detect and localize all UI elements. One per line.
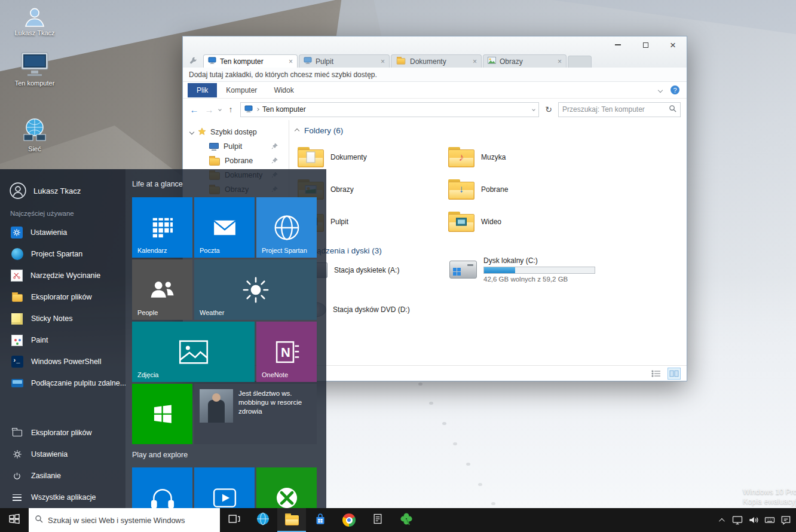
folder-item-downloads[interactable]: Pobrane: [448, 173, 599, 206]
chevron-up-icon[interactable]: [713, 508, 729, 532]
menu-computer[interactable]: Komputer: [218, 83, 265, 97]
breadcrumb-chevron-icon[interactable]: [256, 108, 259, 111]
start-item-snipping-tool[interactable]: Narzędzie Wycinanie: [0, 265, 125, 286]
search-icon[interactable]: [669, 105, 676, 114]
nav-quick-access[interactable]: Szybki dostęp: [183, 125, 289, 139]
help-icon[interactable]: [671, 85, 679, 94]
videos-folder-icon: [448, 212, 474, 232]
start-item-project-spartan[interactable]: Project Spartan: [0, 243, 125, 265]
window-titlebar[interactable]: Ten komputer Pulpit Dokumenty Obrazy: [183, 36, 687, 68]
details-view-icon[interactable]: [650, 368, 663, 380]
task-view-button[interactable]: [220, 508, 249, 532]
tab-close-icon[interactable]: [381, 58, 385, 65]
ribbon-collapse-icon[interactable]: [658, 87, 663, 92]
tile-xbox[interactable]: [256, 467, 317, 508]
tile-news[interactable]: Jest śledztwo ws. mobbingu w resorcie zd…: [194, 384, 317, 444]
start-item-sticky-notes[interactable]: Sticky Notes: [0, 308, 125, 329]
explorer-tab-this-pc[interactable]: Ten komputer: [203, 54, 298, 68]
taskbar-search-input[interactable]: [48, 516, 214, 525]
desktop-icon-user[interactable]: Lukasz Tkacz: [6, 0, 63, 36]
explorer-tab-documents[interactable]: Dokumenty: [391, 54, 482, 68]
nav-item-desktop[interactable]: Pulpit: [183, 139, 289, 154]
tile-mail[interactable]: Poczta: [194, 197, 255, 258]
desktop[interactable]: Lukasz Tkacz Ten komputer Sieć Windows 1…: [0, 0, 796, 532]
expander-icon[interactable]: [189, 130, 194, 134]
maximize-button[interactable]: [632, 36, 659, 53]
scissors-icon: [11, 270, 23, 282]
footer-item-power[interactable]: Zasilanie: [0, 465, 125, 487]
display-icon[interactable]: [729, 508, 745, 532]
forward-button[interactable]: [204, 105, 215, 115]
address-dropdown-icon[interactable]: [532, 108, 535, 111]
minimize-button[interactable]: [604, 36, 632, 53]
user-profile[interactable]: Lukasz Tkacz: [0, 178, 125, 204]
footer-item-all-apps[interactable]: Wszystkie aplikacje: [0, 487, 125, 508]
tile-photos[interactable]: Zdjęcia: [132, 322, 255, 382]
nav-item-downloads[interactable]: Pobrane: [183, 154, 289, 168]
taskbar-file-explorer[interactable]: [277, 508, 306, 532]
tile-store[interactable]: [132, 384, 192, 444]
tab-strip: Ten komputer Pulpit Dokumenty Obrazy: [203, 54, 592, 68]
breadcrumb-location[interactable]: Ten komputer: [262, 105, 306, 114]
tile-label: Weather: [200, 309, 224, 316]
tile-video[interactable]: [194, 467, 255, 508]
group-header-devices[interactable]: Urządzenia i dyski (3): [294, 246, 687, 255]
action-center-icon[interactable]: [777, 508, 794, 532]
desktop-icon-network[interactable]: Sieć: [6, 116, 63, 152]
play-icon: [194, 467, 255, 508]
volume-icon[interactable]: [745, 508, 761, 532]
start-item-label: Podłączanie pulpitu zdalne...: [31, 379, 125, 387]
explorer-tab-desktop[interactable]: Pulpit: [299, 54, 390, 68]
new-tab-button[interactable]: [568, 56, 592, 68]
start-item-remote-desktop[interactable]: Podłączanie pulpitu zdalne...: [0, 372, 125, 394]
tab-close-icon[interactable]: [473, 58, 477, 65]
taskbar-news-app[interactable]: [363, 508, 392, 532]
explorer-tab-pictures[interactable]: Obrazy: [483, 54, 567, 68]
folder-content[interactable]: Foldery (6) Dokumenty Obrazy Pulpit Muz: [289, 120, 687, 365]
footer-item-file-explorer[interactable]: Eksplorator plików: [0, 422, 125, 444]
drive-c-item[interactable]: Dysk lokalny (C:) 42,6 GB wolnych z 59,2…: [449, 256, 595, 283]
tab-close-icon[interactable]: [289, 58, 293, 65]
taskbar-chrome[interactable]: [335, 508, 363, 532]
bookmarks-bar[interactable]: Dodaj tutaj zakładki, do których chcesz …: [183, 68, 687, 82]
start-item-paint[interactable]: Paint: [0, 329, 125, 351]
tile-calendar[interactable]: Kalendarz: [132, 197, 192, 258]
collapse-icon[interactable]: [295, 128, 299, 133]
folder-item-documents[interactable]: Dokumenty: [298, 141, 448, 173]
refresh-icon[interactable]: [543, 105, 554, 114]
start-item-powershell[interactable]: Windows PowerShell: [0, 351, 125, 372]
tile-spartan[interactable]: Project Spartan: [256, 197, 317, 258]
tile-onenote[interactable]: N OneNote: [256, 322, 317, 382]
close-button[interactable]: [659, 36, 687, 53]
desktop-icon-this-pc[interactable]: Ten komputer: [6, 50, 63, 87]
tile-music[interactable]: [132, 467, 192, 508]
explorer-search-input[interactable]: [562, 105, 669, 114]
footer-item-settings[interactable]: Ustawienia: [0, 444, 125, 465]
start-button[interactable]: [0, 508, 29, 532]
keyboard-icon[interactable]: [761, 508, 777, 532]
taskbar-clover[interactable]: [392, 508, 421, 532]
large-icons-view-icon[interactable]: [668, 368, 681, 380]
folder-item-videos[interactable]: Wideo: [448, 206, 599, 238]
start-item-file-explorer[interactable]: Eksplorator plików: [0, 286, 125, 308]
tab-close-icon[interactable]: [558, 58, 562, 65]
start-item-settings[interactable]: Ustawienia: [0, 222, 125, 243]
history-dropdown-icon[interactable]: [218, 108, 222, 111]
tile-people[interactable]: People: [132, 259, 192, 320]
nav-label: Szybki dostęp: [210, 128, 257, 136]
group-header-folders[interactable]: Foldery (6): [294, 126, 687, 135]
back-button[interactable]: [189, 105, 200, 115]
tile-weather[interactable]: Weather: [194, 259, 317, 320]
taskbar-project-spartan[interactable]: [249, 508, 277, 532]
up-button[interactable]: [225, 105, 236, 114]
tab-label: Dokumenty: [410, 57, 469, 66]
folder-item-music[interactable]: Muzyka: [448, 141, 599, 173]
start-item-label: Windows PowerShell: [31, 357, 101, 366]
menu-view[interactable]: Widok: [266, 83, 301, 97]
wrench-icon[interactable]: [189, 56, 198, 67]
taskbar-store[interactable]: [306, 508, 335, 532]
tab-label: Obrazy: [500, 57, 554, 66]
menu-file[interactable]: Plik: [188, 83, 217, 97]
folder-label: Pulpit: [330, 218, 348, 226]
address-bar[interactable]: Ten komputer: [240, 102, 539, 117]
